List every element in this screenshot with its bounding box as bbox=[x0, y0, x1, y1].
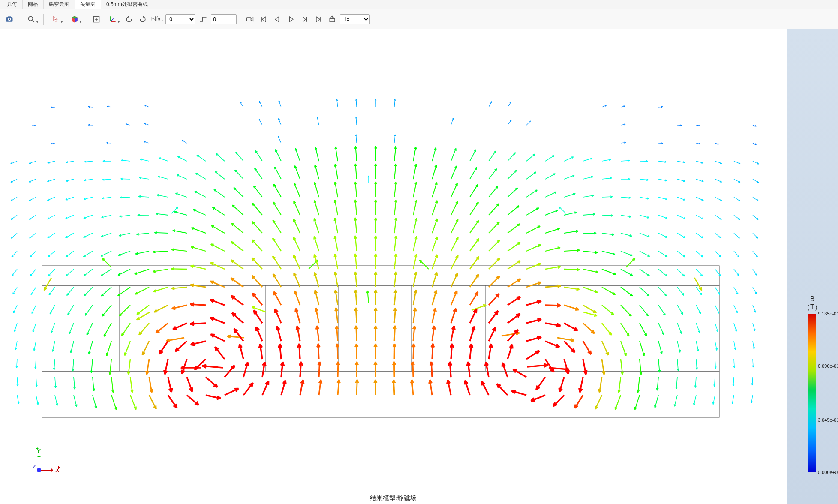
svg-line-166 bbox=[142, 341, 149, 355]
next-frame-button[interactable] bbox=[299, 13, 311, 25]
first-frame-button[interactable] bbox=[258, 13, 270, 25]
svg-line-9 bbox=[111, 18, 114, 21]
svg-line-281 bbox=[294, 255, 300, 269]
svg-line-245 bbox=[255, 168, 262, 179]
export-button[interactable] bbox=[326, 13, 338, 25]
tab-vector[interactable]: 矢量图 bbox=[75, 0, 101, 9]
svg-line-581 bbox=[677, 269, 685, 276]
svg-line-536 bbox=[621, 269, 633, 276]
svg-line-180 bbox=[159, 341, 168, 354]
rotate-cw-button[interactable] bbox=[137, 13, 149, 25]
svg-line-621 bbox=[734, 179, 740, 183]
svg-line-276 bbox=[295, 166, 300, 179]
axes-dropdown[interactable] bbox=[104, 13, 121, 25]
fit-view-button[interactable] bbox=[90, 13, 102, 25]
svg-line-251 bbox=[252, 276, 262, 287]
svg-line-233 bbox=[231, 242, 243, 251]
svg-line-101 bbox=[69, 323, 74, 334]
zoom-dropdown[interactable] bbox=[23, 13, 40, 25]
svg-line-415 bbox=[470, 239, 479, 251]
screenshot-button[interactable] bbox=[3, 13, 15, 25]
svg-line-5 bbox=[33, 20, 34, 22]
svg-line-146 bbox=[118, 287, 130, 296]
svg-line-521 bbox=[602, 305, 614, 315]
svg-point-2 bbox=[9, 18, 10, 20]
tab-geometry[interactable]: 几何 bbox=[2, 0, 23, 9]
time-select[interactable]: 0 bbox=[165, 14, 195, 24]
svg-line-611 bbox=[715, 251, 721, 257]
viewport[interactable]: Y X Z 结果模型:静磁场 bbox=[0, 29, 787, 504]
svg-line-144 bbox=[118, 251, 130, 255]
svg-line-538 bbox=[621, 305, 631, 316]
svg-line-365 bbox=[394, 362, 394, 377]
step-signal-button[interactable] bbox=[197, 13, 209, 25]
svg-line-199 bbox=[197, 155, 206, 161]
svg-line-369 bbox=[413, 182, 416, 197]
svg-line-526 bbox=[595, 395, 602, 409]
svg-line-211 bbox=[206, 377, 217, 387]
svg-line-597 bbox=[696, 269, 703, 276]
svg-line-434 bbox=[489, 311, 498, 323]
svg-line-430 bbox=[489, 240, 499, 251]
svg-line-511 bbox=[575, 395, 583, 408]
svg-line-290 bbox=[315, 147, 319, 161]
svg-line-148 bbox=[122, 323, 130, 336]
time-spinner[interactable] bbox=[211, 14, 237, 24]
prev-frame-button[interactable] bbox=[271, 13, 283, 25]
svg-line-243 bbox=[259, 119, 262, 125]
svg-line-341 bbox=[375, 218, 376, 233]
svg-line-506 bbox=[583, 305, 596, 313]
svg-line-614 bbox=[715, 305, 719, 313]
tab-mesh[interactable]: 网格 bbox=[23, 0, 44, 9]
svg-line-484 bbox=[564, 157, 574, 161]
svg-line-247 bbox=[252, 203, 262, 215]
svg-line-113 bbox=[84, 251, 93, 257]
svg-line-412 bbox=[470, 185, 478, 197]
tab-curve[interactable]: 0.5mm处磁密曲线 bbox=[101, 0, 153, 9]
svg-line-41 bbox=[626, 258, 635, 267]
svg-line-475 bbox=[545, 247, 560, 251]
svg-line-445 bbox=[508, 224, 520, 233]
svg-line-470 bbox=[545, 156, 554, 161]
svg-line-85 bbox=[49, 287, 55, 295]
record-button[interactable] bbox=[244, 13, 256, 25]
svg-line-234 bbox=[231, 260, 243, 269]
play-button[interactable] bbox=[285, 13, 297, 25]
svg-line-100 bbox=[68, 305, 74, 315]
rotate-ccw-button[interactable] bbox=[123, 13, 135, 25]
svg-line-230 bbox=[234, 188, 243, 197]
svg-line-48 bbox=[11, 179, 17, 182]
svg-line-410 bbox=[470, 150, 476, 161]
svg-line-64 bbox=[29, 197, 36, 201]
svg-line-451 bbox=[508, 330, 518, 341]
svg-line-594 bbox=[696, 215, 703, 219]
svg-line-628 bbox=[734, 305, 737, 313]
svg-line-494 bbox=[564, 341, 575, 352]
speed-select[interactable]: 1x bbox=[340, 14, 370, 24]
svg-line-474 bbox=[545, 228, 560, 233]
svg-line-523 bbox=[602, 341, 608, 355]
svg-line-440 bbox=[508, 120, 511, 125]
svg-line-202 bbox=[193, 210, 206, 215]
svg-line-639 bbox=[753, 215, 758, 220]
svg-line-55 bbox=[14, 305, 17, 313]
svg-line-637 bbox=[753, 179, 759, 183]
svg-line-400 bbox=[451, 219, 458, 233]
svg-line-497 bbox=[553, 395, 564, 406]
svg-line-266 bbox=[273, 238, 281, 251]
svg-line-579 bbox=[677, 233, 685, 238]
svg-line-551 bbox=[640, 287, 649, 296]
cube-view-dropdown[interactable] bbox=[66, 13, 83, 25]
svg-line-640 bbox=[753, 233, 758, 238]
last-frame-button[interactable] bbox=[312, 13, 324, 25]
svg-line-472 bbox=[545, 192, 556, 197]
svg-line-232 bbox=[231, 223, 243, 233]
svg-line-595 bbox=[696, 233, 703, 238]
svg-line-229 bbox=[235, 170, 243, 179]
svg-line-220 bbox=[210, 281, 225, 287]
tab-contour[interactable]: 磁密云图 bbox=[44, 0, 75, 9]
svg-line-293 bbox=[314, 201, 319, 215]
svg-line-294 bbox=[314, 219, 319, 233]
selection-dropdown[interactable] bbox=[47, 13, 64, 25]
svg-line-195 bbox=[175, 341, 187, 351]
